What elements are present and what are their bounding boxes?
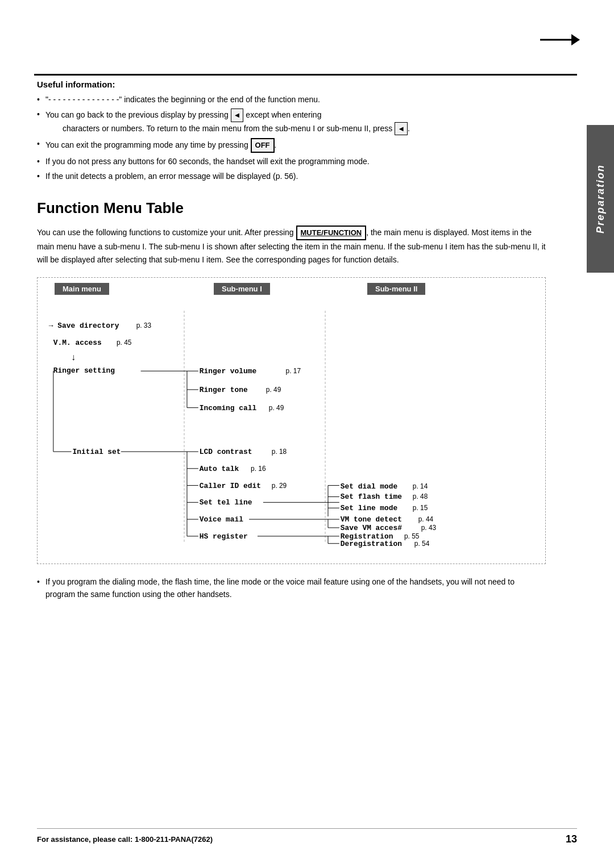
footer-page-number: 13 [566,833,577,845]
back-key: ◄ [231,108,244,122]
set-flash-time-label: Set flash time [341,493,402,501]
sub2-header-pill: Sub-menu II [367,283,425,295]
deregistration-page: p. 54 [414,540,430,548]
down-arrow: ↓ [72,352,76,362]
footer-assist-text: For assistance, please call: 1-800-211-P… [37,835,213,844]
useful-info-item-2: You can go back to the previous display … [37,108,546,135]
arrow-save: → Save directory [49,322,119,330]
sub1-menu-header: Sub-menu I [214,283,270,293]
caller-id-edit-label: Caller ID edit [200,482,261,490]
hs-register-label: HS register [200,532,248,541]
ringer-tone-page: p. 49 [266,386,281,394]
set-line-mode-label: Set line mode [341,504,398,512]
arrow-icon [540,28,574,51]
incoming-call-page: p. 49 [269,404,284,412]
vm-access-page: p. 45 [117,339,132,347]
auto-talk-page: p. 16 [251,465,266,473]
set-dial-mode-label: Set dial mode [341,482,398,491]
menu-table-container: Main menu Sub-menu I Sub-menu II → Save … [37,277,546,564]
useful-info-list: "- - - - - - - - - - - - - - -" indicate… [37,94,546,182]
ringer-tone-label: Ringer tone [200,386,248,394]
deregistration-label: Deregistration [341,540,402,548]
main-menu-header: Main menu [55,283,109,293]
main-header-pill: Main menu [55,283,109,295]
side-tab: Preparation [587,125,614,273]
top-divider [34,74,577,76]
useful-info-item-5: If the unit detects a problem, an error … [37,170,546,182]
save-vm-page: p. 43 [421,524,437,532]
page-footer: For assistance, please call: 1-800-211-P… [37,828,577,845]
useful-info-text-3: You can exit the programming mode any ti… [45,140,276,149]
mute-function-key: MUTE/FUNCTION [296,226,367,241]
ringer-volume-page: p. 17 [286,367,301,375]
sub1-header-pill: Sub-menu I [214,283,270,295]
ringer-volume-label: Ringer volume [200,367,257,375]
set-tel-line-label: Set tel line [200,498,252,507]
voice-mail-label: Voice mail [200,515,244,524]
set-dial-mode-page: p. 14 [413,482,428,490]
main-content: Useful information: "- - - - - - - - - -… [0,0,614,624]
section-title: Function Menu Table [37,199,546,217]
save-dir-page: p. 33 [136,322,152,329]
useful-info-item-2-cont: characters or numbers. To return to the … [45,122,546,136]
registration-page: p. 55 [404,532,420,540]
vm-tone-detect-label: VM tone detect [341,515,402,524]
vm-access-label: V.M. access [53,339,102,347]
page-container: Preparation Useful information: "- - - -… [0,0,614,868]
lcd-contrast-label: LCD contrast [200,448,252,456]
incoming-call-label: Incoming call [200,404,257,412]
bottom-note: If you program the dialing mode, the fla… [37,575,546,601]
set-flash-time-page: p. 48 [413,493,428,500]
auto-talk-label: Auto talk [200,465,239,473]
ringer-setting-label: Ringer setting [53,366,115,375]
menu-diagram-svg: → Save directory p. 33 V.M. access p. 45… [38,311,545,548]
useful-info-section: Useful information: "- - - - - - - - - -… [37,80,546,182]
caller-id-page: p. 29 [272,482,287,490]
useful-info-item-1: "- - - - - - - - - - - - - - -" indicate… [37,94,546,106]
useful-info-title: Useful information: [37,80,546,89]
save-vm-acces-label: Save VM acces# [341,524,402,532]
useful-info-item-4: If you do not press any buttons for 60 s… [37,156,546,168]
useful-info-text-2: You can go back to the previous display … [45,110,321,119]
useful-info-text-5: If the unit detects a problem, an error … [45,172,298,181]
useful-info-item-3: You can exit the programming mode any ti… [37,138,546,153]
vm-tone-detect-page: p. 44 [418,515,434,523]
svg-marker-1 [571,34,580,45]
intro-paragraph: You can use the following functions to c… [37,226,546,266]
set-line-mode-page: p. 15 [413,504,428,512]
lcd-contrast-page: p. 18 [272,448,287,456]
useful-info-text-4: If you do not press any buttons for 60 s… [45,157,370,166]
sub2-menu-header: Sub-menu II [367,283,425,293]
useful-info-text-1: "- - - - - - - - - - - - - - -" indicate… [45,95,320,104]
initial-set-label: Initial set [73,448,121,456]
off-key: OFF [251,138,275,153]
back-key-2: ◄ [395,122,408,136]
side-tab-label: Preparation [595,164,607,233]
